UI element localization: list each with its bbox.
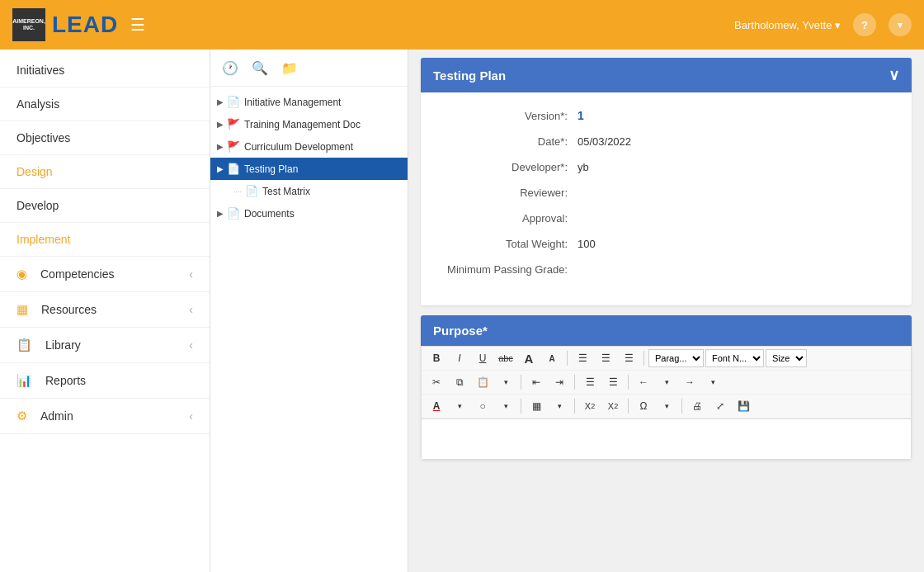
tree-item-label: Testing Plan	[244, 163, 298, 175]
tree-item-test-matrix[interactable]: ···· 📄 Test Matrix	[227, 180, 408, 202]
tree-doc-icon: 📄	[227, 207, 240, 220]
reviewer-row: Reviewer:	[446, 187, 887, 199]
separator	[628, 399, 629, 414]
sidebar-item-initiatives[interactable]: Initiatives	[0, 54, 210, 87]
separator	[567, 351, 568, 366]
print-button[interactable]: 🖨	[686, 397, 708, 415]
tree-doc-icon: 📄	[245, 185, 258, 197]
sidebar-item-label: Implement	[16, 233, 70, 246]
sidebar-item-label: Analysis	[16, 97, 59, 111]
purpose-header: Purpose*	[421, 315, 912, 346]
sidebar-item-label: Reports	[45, 374, 86, 387]
min-passing-label: Minimum Passing Grade:	[446, 263, 578, 276]
paste-dropdown-button[interactable]: ▾	[495, 373, 516, 391]
tree-item-testing-plan[interactable]: ▶ 📄 Testing Plan	[210, 158, 408, 180]
tree-item-documents[interactable]: ▶ 📄 Documents	[210, 202, 408, 225]
expand-icon: ‹	[189, 338, 193, 352]
omega-dd-button[interactable]: ▾	[656, 397, 677, 415]
developer-value: yb	[578, 161, 589, 173]
arrow-right-dd-button[interactable]: ▾	[702, 373, 724, 391]
sidebar-item-label: Objectives	[16, 131, 70, 144]
sidebar-item-analysis[interactable]: Analysis	[0, 87, 210, 121]
tree-item-label: Training Management Doc	[244, 119, 361, 130]
paste-button[interactable]: 📋	[472, 373, 493, 391]
arrow-right-button[interactable]: →	[679, 373, 700, 391]
align-right-button[interactable]: ☰	[618, 349, 639, 367]
logo-box: AIMEREON, INC.	[12, 8, 45, 41]
bullet-list-button[interactable]: ☰	[579, 373, 601, 391]
date-value: 05/03/2022	[578, 135, 631, 148]
main-panel: Testing Plan ∨ Version*: 1 Date*: 05/03/…	[408, 50, 924, 572]
folder-button[interactable]: 📁	[278, 56, 301, 79]
hamburger-icon[interactable]: ☰	[130, 15, 145, 35]
separator	[681, 399, 682, 414]
history-button[interactable]: 🕐	[219, 56, 242, 79]
text-color-dd-button[interactable]: ▾	[449, 397, 470, 415]
tree-items: ▶ 📄 Initiative Management ▶ 🚩 Training M…	[210, 87, 408, 229]
sidebar-item-reports[interactable]: 📊 Reports	[0, 363, 210, 399]
font-name-select[interactable]: Font N...	[705, 349, 764, 367]
table-button[interactable]: ▦	[526, 397, 547, 415]
help-button[interactable]: ?	[853, 13, 876, 36]
sidebar-item-develop[interactable]: Develop	[0, 189, 210, 223]
maximize-button[interactable]: ⤢	[710, 397, 731, 415]
underline-button[interactable]: U	[472, 349, 493, 367]
editor-toolbar: B I U abc A A ☰ ☰ ☰ Parag..	[421, 346, 912, 418]
approval-row: Approval:	[446, 212, 887, 225]
separator	[574, 399, 575, 414]
version-value: 1	[578, 109, 584, 122]
highlight-button[interactable]: ○	[472, 397, 493, 415]
text-color-button[interactable]: A	[426, 397, 447, 415]
sidebar-item-label: Initiatives	[16, 64, 64, 77]
paragraph-select[interactable]: Parag...	[648, 349, 704, 367]
save-button[interactable]: 💾	[733, 397, 754, 415]
sidebar-item-design[interactable]: Design	[0, 155, 210, 189]
admin-icon: ⚙	[16, 409, 27, 423]
arrow-left-dd-button[interactable]: ▾	[656, 373, 677, 391]
table-dd-button[interactable]: ▾	[549, 397, 570, 415]
editor-content[interactable]	[421, 418, 912, 460]
indent-more-button[interactable]: ⇥	[549, 373, 570, 391]
tree-item-training-mgmt[interactable]: ▶ 🚩 Training Management Doc	[210, 113, 408, 135]
tree-item-initiative-mgmt[interactable]: ▶ 📄 Initiative Management	[210, 91, 408, 113]
sidebar-item-objectives[interactable]: Objectives	[0, 121, 210, 155]
tree-doc-icon: 📄	[227, 96, 240, 108]
cut-button[interactable]: ✂	[426, 373, 447, 391]
omega-button[interactable]: Ω	[633, 397, 654, 415]
bold-button[interactable]: B	[426, 349, 447, 367]
numbered-list-button[interactable]: ☰	[602, 373, 624, 391]
indent-less-button[interactable]: ⇤	[526, 373, 547, 391]
arrow-left-button[interactable]: ←	[633, 373, 654, 391]
total-weight-row: Total Weight: 100	[446, 238, 887, 250]
sidebar-item-library[interactable]: 📋 Library ‹	[0, 328, 210, 363]
copy-button[interactable]: ⧉	[449, 373, 470, 391]
settings-button[interactable]: ▾	[889, 13, 912, 36]
sidebar-item-label: Library	[45, 338, 81, 352]
sidebar-item-implement[interactable]: Implement	[0, 223, 210, 257]
align-center-button[interactable]: ☰	[595, 349, 616, 367]
sidebar-item-competencies[interactable]: ◉ Competencies ‹	[0, 257, 210, 292]
search-doc-button[interactable]: 🔍	[248, 56, 271, 79]
font-size-big-button[interactable]: A	[518, 349, 540, 367]
sidebar-item-admin[interactable]: ⚙ Admin ‹	[0, 399, 210, 434]
editor-toolbar-row2: ✂ ⧉ 📋 ▾ ⇤ ⇥ ☰ ☰ ← ▾	[422, 371, 911, 395]
font-size-select[interactable]: Size	[766, 349, 807, 367]
font-size-small-button[interactable]: A	[541, 349, 563, 367]
tree-item-label: Test Matrix	[262, 186, 310, 197]
highlight-dd-button[interactable]: ▾	[495, 397, 516, 415]
tree-item-label: Documents	[244, 208, 295, 220]
total-weight-value: 100	[578, 238, 596, 250]
separator	[574, 375, 575, 390]
user-name[interactable]: Bartholomew, Yvette ▾	[734, 19, 841, 31]
developer-label: Developer*:	[446, 161, 578, 173]
sidebar-item-resources[interactable]: ▦ Resources ‹	[0, 292, 210, 328]
italic-button[interactable]: I	[449, 349, 470, 367]
collapse-toggle-icon[interactable]: ∨	[889, 66, 899, 84]
competencies-icon: ◉	[16, 267, 27, 281]
superscript-button[interactable]: X2	[602, 397, 624, 415]
tree-item-curriculum-dev[interactable]: ▶ 🚩 Curriculum Development	[210, 135, 408, 158]
align-left-button[interactable]: ☰	[572, 349, 593, 367]
subscript-button[interactable]: X2	[579, 397, 601, 415]
strikethrough-button[interactable]: abc	[495, 349, 516, 367]
separator	[521, 399, 521, 414]
